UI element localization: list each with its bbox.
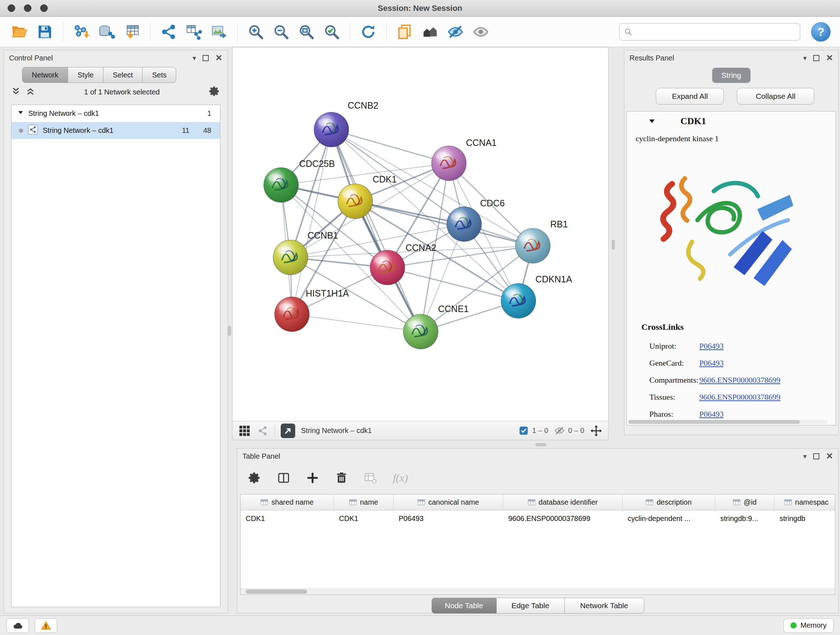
grid-view-icon[interactable] <box>238 424 251 437</box>
hidden-eye-slash-icon[interactable] <box>554 425 565 436</box>
selected-checkbox-icon[interactable] <box>519 426 529 435</box>
import-network-database-button[interactable] <box>96 21 117 42</box>
zoom-fit-button[interactable] <box>296 21 317 42</box>
tab-edge-table[interactable]: Edge Table <box>497 598 565 614</box>
horizontal-splitter-handle[interactable] <box>535 443 546 447</box>
table-cell[interactable]: stringdb <box>775 510 835 526</box>
network-node-cdk1[interactable]: CDK1 <box>338 174 397 219</box>
node-label: CCNE1 <box>438 304 469 314</box>
table-row[interactable]: CDK1CDK1P064939606.ENSP00000378699cyclin… <box>240 510 835 526</box>
table-horizontal-scrollbar[interactable] <box>240 588 835 594</box>
refresh-view-button[interactable] <box>358 21 378 42</box>
network-edge[interactable] <box>332 130 421 332</box>
function-builder-button[interactable]: f(x) <box>393 472 408 484</box>
table-cell[interactable]: CDK1 <box>240 510 334 526</box>
network-node-ccna1[interactable]: CCNA1 <box>431 138 497 181</box>
documentation-button[interactable] <box>395 21 415 42</box>
tree-collapse-caret-icon[interactable] <box>17 109 24 118</box>
table-settings-gear-icon[interactable] <box>248 471 261 485</box>
column-header-namespac[interactable]: namespac <box>775 494 835 510</box>
panel-float-icon[interactable] <box>813 453 819 459</box>
zoom-selected-button[interactable] <box>322 21 342 42</box>
column-header-shared-name[interactable]: shared name <box>240 494 334 510</box>
tab-node-table[interactable]: Node Table <box>431 598 497 614</box>
network-node-cdkn1a[interactable]: CDKN1A <box>501 274 572 318</box>
network-node-ccnb1[interactable]: CCNB1 <box>273 230 338 275</box>
delete-column-trash-icon[interactable] <box>335 471 348 485</box>
network-edge[interactable] <box>292 314 421 332</box>
table-cell[interactable]: stringdb:9... <box>715 510 775 526</box>
tab-network-table[interactable]: Network Table <box>565 598 644 614</box>
tab-network[interactable]: Network <box>22 67 68 83</box>
column-header-description[interactable]: description <box>622 494 715 510</box>
pan-crosshair-icon[interactable] <box>590 424 602 437</box>
collapse-all-button[interactable]: Collapse All <box>737 88 814 105</box>
tab-select[interactable]: Select <box>103 67 143 83</box>
close-window-button[interactable] <box>8 4 15 12</box>
new-network-button[interactable] <box>158 21 179 42</box>
vertical-splitter-handle[interactable] <box>228 326 231 336</box>
delete-table-icon[interactable] <box>364 471 377 485</box>
network-node-cdc6[interactable]: CDC6 <box>447 198 505 241</box>
panel-menu-icon[interactable]: ▾ <box>803 55 807 62</box>
network-edge[interactable] <box>332 130 449 163</box>
show-all-button[interactable] <box>471 21 491 42</box>
zoom-in-button[interactable] <box>246 21 266 42</box>
network-edge[interactable] <box>355 201 533 246</box>
panel-menu-icon[interactable]: ▾ <box>803 453 807 460</box>
tab-style[interactable]: Style <box>68 67 103 83</box>
table-cell[interactable]: cyclin-dependent ... <box>622 510 715 526</box>
string-results-tab[interactable]: String <box>712 68 751 83</box>
show-column-icon[interactable] <box>277 471 290 485</box>
network-from-table-button[interactable] <box>184 21 204 42</box>
memory-button[interactable]: Memory <box>783 618 834 633</box>
network-collection-row[interactable]: String Network – cdk1 1 <box>11 105 220 122</box>
network-options-gear-icon[interactable] <box>209 86 220 98</box>
help-button[interactable]: ? <box>811 22 831 42</box>
network-view-canvas[interactable]: CCNB2CCNA1CDC25BCDK1CDC6RB1CCNB1CCNA2CDK… <box>232 47 608 421</box>
expand-all-icon[interactable] <box>26 87 35 97</box>
panel-float-icon[interactable] <box>813 55 819 61</box>
network-node-ccne1[interactable]: CCNE1 <box>403 304 469 349</box>
create-column-icon[interactable] <box>306 471 319 485</box>
import-network-file-button[interactable] <box>71 21 92 42</box>
panel-close-icon[interactable]: ✕ <box>826 54 833 62</box>
network-node-rb1[interactable]: RB1 <box>515 219 568 263</box>
column-header-canonical-name[interactable]: canonical name <box>393 494 503 510</box>
results-horizontal-scrollbar[interactable] <box>628 420 828 424</box>
network-node-cdc25b[interactable]: CDC25B <box>264 158 335 203</box>
panel-close-icon[interactable]: ✕ <box>215 54 223 62</box>
import-table-button[interactable] <box>122 21 142 42</box>
panel-close-icon[interactable]: ✕ <box>826 452 833 461</box>
network-node-hist1h1a[interactable]: HIST1H1A <box>275 288 349 332</box>
table-cell[interactable]: P06493 <box>393 510 503 526</box>
warning-status-button[interactable] <box>35 618 57 633</box>
hide-selected-button[interactable] <box>445 21 466 42</box>
entry-collapse-caret-icon[interactable] <box>648 117 656 127</box>
column-header-@id[interactable]: @id <box>715 494 775 510</box>
gallery-button[interactable] <box>420 21 440 42</box>
column-header-database-identifier[interactable]: database identifier <box>503 494 622 510</box>
zoom-out-button[interactable] <box>271 21 291 42</box>
panel-float-icon[interactable] <box>202 55 209 61</box>
panel-menu-icon[interactable]: ▾ <box>193 55 196 62</box>
minimize-window-button[interactable] <box>24 4 32 12</box>
table-cell[interactable]: 9606.ENSP00000378699 <box>503 510 622 526</box>
network-edge[interactable] <box>292 130 332 314</box>
export-image-button[interactable] <box>209 21 229 42</box>
cloud-status-button[interactable] <box>6 618 29 633</box>
collapse-all-icon[interactable] <box>11 87 21 97</box>
save-session-button[interactable] <box>35 21 55 42</box>
search-input[interactable] <box>636 28 796 36</box>
network-row-selected[interactable]: String Network – cdk1 11 48 <box>11 122 220 139</box>
vertical-splitter-handle[interactable] <box>612 240 615 250</box>
open-session-button[interactable] <box>9 21 30 42</box>
network-overview-icon[interactable] <box>256 424 269 437</box>
tab-sets[interactable]: Sets <box>142 67 176 83</box>
network-graph[interactable]: CCNB2CCNA1CDC25BCDK1CDC6RB1CCNB1CCNA2CDK… <box>233 48 608 421</box>
table-cell[interactable]: CDK1 <box>334 510 393 526</box>
detach-view-button[interactable] <box>281 424 295 438</box>
column-header-name[interactable]: name <box>334 494 393 510</box>
zoom-window-button[interactable] <box>40 4 48 12</box>
expand-all-button[interactable]: Expand All <box>656 88 724 105</box>
